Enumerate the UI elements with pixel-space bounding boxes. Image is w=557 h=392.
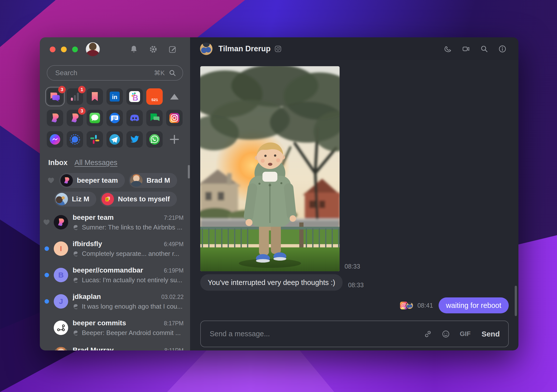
favorite-label: Brad M: [147, 176, 170, 184]
favorite-pill-beeper-team[interactable]: beeper team: [59, 173, 125, 188]
network-whatsapp[interactable]: [146, 131, 163, 148]
user-avatar[interactable]: [86, 42, 100, 56]
list-item-beeper-commits[interactable]: beeper commits8:17PM Beeper: Beeper Andr…: [40, 315, 190, 341]
chat-header-actions: [444, 45, 506, 53]
chat-preview: Beeper: Beeper Android commit ...: [82, 329, 181, 337]
minimize-button[interactable]: [61, 47, 67, 52]
beeper-network-icon: [73, 330, 79, 336]
list-item-ifbirdsfly[interactable]: I ifbirdsfly6:49PM Completely separate..…: [40, 235, 190, 262]
network-messenger[interactable]: [47, 131, 63, 148]
network-beeper-slack[interactable]: B: [126, 88, 143, 105]
phone-call-icon[interactable]: [444, 45, 452, 53]
chevron-up-icon: [170, 94, 179, 100]
network-bookmarks[interactable]: [87, 88, 103, 105]
network-slack[interactable]: [87, 131, 103, 148]
chat-scrollbar-thumb[interactable]: [515, 286, 517, 316]
avatar: B: [54, 268, 68, 282]
heart-icon: [47, 177, 55, 184]
favorite-label: Liz M: [72, 195, 89, 203]
message-input[interactable]: [209, 330, 414, 338]
notifications-bell-icon[interactable]: [129, 45, 138, 54]
avatar: [60, 174, 73, 187]
network-imessage[interactable]: [87, 110, 103, 126]
network-beeper-unread[interactable]: 3: [67, 110, 83, 126]
close-button[interactable]: [50, 47, 55, 52]
unread-badge: 3: [78, 107, 86, 115]
network-stats[interactable]: 1: [67, 88, 83, 105]
attachment-link-icon[interactable]: [424, 330, 432, 338]
chat-time: 6:19PM: [164, 267, 184, 274]
search-shortcut: ⌘K: [154, 69, 165, 77]
photo-message-toddler[interactable]: [200, 66, 340, 271]
chat-preview: It was long enough ago that I cou...: [82, 303, 183, 310]
search-input[interactable]: [55, 69, 154, 77]
network-beeper-all-chats[interactable]: 3: [47, 88, 63, 105]
chat-time: 8:17PM: [164, 320, 184, 327]
message-timestamp: 08:33: [345, 263, 360, 270]
network-discord[interactable]: [126, 110, 143, 126]
network-google-chat[interactable]: [146, 110, 163, 126]
incoming-message-bubble[interactable]: You've interrupted very deep thoughts :): [200, 274, 343, 291]
list-item-beeper-commandbar[interactable]: B beeper//commandbar6:19PM Lucas: I'm ac…: [40, 262, 190, 288]
inbox-label[interactable]: Inbox: [48, 159, 67, 167]
network-instagram[interactable]: [166, 110, 183, 126]
message-composer: GIF Send: [200, 321, 509, 347]
git-branch-icon: [56, 323, 65, 332]
collapse-grid-button[interactable]: [166, 88, 183, 105]
favorite-pill-brad-m[interactable]: Brad M: [129, 173, 177, 188]
outgoing-message-bubble[interactable]: waiting for reboot: [439, 297, 509, 313]
chat-name: beeper//commandbar: [73, 266, 161, 274]
network-s21[interactable]: S21: [146, 88, 163, 105]
chat-name: beeper team: [73, 214, 161, 222]
list-item-beeper-team[interactable]: beeper team7:21PM Sumner: The links to t…: [40, 209, 190, 235]
list-item-jdkaplan[interactable]: J jdkaplan03.02.22 It was long enough ag…: [40, 288, 190, 315]
beeper-network-icon: [73, 251, 79, 257]
video-call-icon[interactable]: [462, 45, 470, 53]
chat-time: 03.02.22: [161, 294, 184, 300]
favorite-label: beeper team: [77, 176, 118, 184]
beeper-network-icon: [73, 303, 79, 310]
svg-text:S21: S21: [151, 98, 158, 102]
chat-list: beeper team7:21PM Sumner: The links to t…: [40, 209, 190, 350]
info-icon[interactable]: [498, 45, 506, 53]
inbox-filter-row: Inbox All Messages: [48, 159, 117, 167]
message-timestamp: 08:41: [417, 302, 433, 309]
favorite-pill-notes-to-myself[interactable]: Notes to myself: [100, 192, 177, 207]
network-twitter[interactable]: [126, 131, 143, 148]
favorites-row: Liz M Notes to myself: [54, 192, 177, 207]
svg-text:in: in: [112, 94, 117, 100]
chat-time: 8:11PM: [164, 347, 184, 351]
emoji-smiley-icon[interactable]: [442, 330, 450, 338]
svg-text:B: B: [132, 93, 138, 102]
network-beeper[interactable]: [47, 110, 63, 126]
instagram-network-icon: [275, 46, 281, 52]
list-item-brad-murray[interactable]: Brad Murray8:11PM: [40, 341, 190, 350]
zoom-button[interactable]: [72, 47, 78, 52]
unread-dot: [45, 299, 49, 304]
network-grid: 3 1 in: [47, 88, 183, 148]
network-linkedin[interactable]: in: [106, 88, 123, 105]
search-in-chat-icon[interactable]: [480, 45, 488, 53]
settings-gear-icon[interactable]: [149, 45, 158, 54]
search-bar[interactable]: ⌘K: [47, 65, 183, 81]
beeper-network-icon: [73, 224, 79, 230]
read-receipt-avatar: [406, 302, 413, 309]
avatar: [130, 174, 143, 187]
sidebar-scrollbar-thumb[interactable]: [188, 165, 190, 178]
contact-name: Tilman Drerup: [218, 44, 271, 53]
contact-avatar[interactable]: [200, 43, 212, 55]
network-telegram[interactable]: [106, 131, 123, 148]
all-messages-link[interactable]: All Messages: [74, 159, 117, 167]
add-network-button[interactable]: [166, 131, 183, 148]
chat-time: 7:21PM: [164, 215, 184, 221]
gif-button[interactable]: GIF: [460, 330, 470, 338]
favorite-pill-liz-m[interactable]: Liz M: [54, 192, 96, 207]
network-signal[interactable]: [67, 131, 83, 148]
network-android-messages[interactable]: [106, 110, 123, 126]
unread-badge: 3: [58, 86, 66, 93]
send-button[interactable]: Send: [482, 330, 500, 338]
beeper-window: ⌘K 3 1: [40, 37, 518, 350]
unread-dot: [45, 246, 49, 251]
compose-new-icon[interactable]: [168, 45, 177, 54]
favorite-heart-icon: [43, 219, 50, 226]
